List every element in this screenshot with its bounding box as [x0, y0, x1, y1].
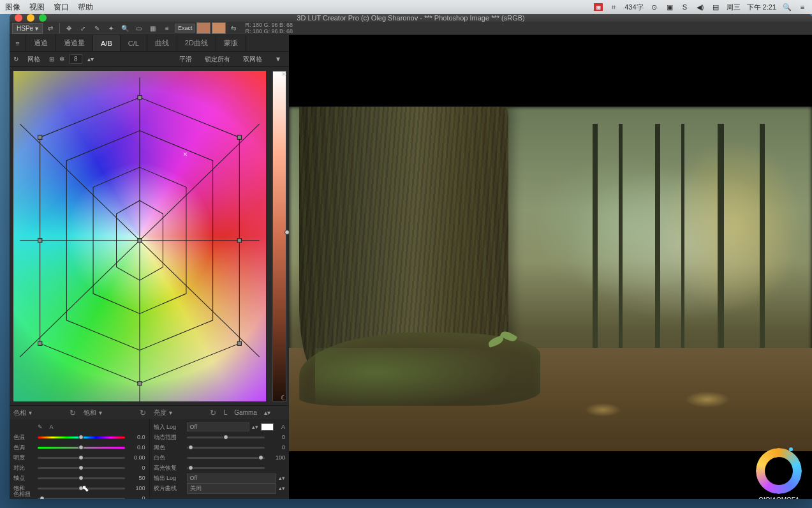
- sun-icon: ☀: [281, 70, 287, 78]
- grid-crosshair-icon[interactable]: ⊞: [49, 56, 54, 63]
- grid-label[interactable]: 网格: [24, 54, 44, 65]
- slider-色相扭曲[interactable]: 色相扭曲0: [13, 493, 145, 499]
- left-panel: ≡ 通道 通道量 A/B C/L 曲线 2D曲线 蒙版 ↻ 网格 ⊞ ✲ 8 ▴…: [10, 35, 289, 499]
- svg-line-7: [20, 124, 140, 240]
- swap-icon[interactable]: ⇆: [227, 22, 240, 34]
- grid-stepper[interactable]: ▴▾: [87, 56, 94, 63]
- tab-curves[interactable]: 曲线: [147, 35, 177, 51]
- mode-select[interactable]: HSPe ▾: [12, 23, 43, 34]
- tool-wand-icon[interactable]: ✦: [105, 22, 117, 34]
- svg-rect-13: [138, 96, 142, 100]
- gamma-stepper[interactable]: ▴▾: [264, 409, 270, 416]
- svg-rect-14: [237, 135, 241, 139]
- grid-gear-icon[interactable]: ✲: [59, 56, 64, 63]
- svg-line-1: [140, 124, 260, 240]
- menu-view[interactable]: 视图: [29, 2, 45, 13]
- day-label: 周三: [727, 3, 741, 12]
- slider-色调[interactable]: 色调0.0: [13, 442, 145, 452]
- color-swatch-1[interactable]: [196, 22, 210, 34]
- luminance-bar[interactable]: ☀ ☾: [272, 71, 286, 401]
- tab-menu-icon[interactable]: ≡: [10, 35, 26, 51]
- titlebar: 3D LUT Creator Pro (c) Oleg Sharonov - *…: [10, 14, 812, 22]
- slider-胶片曲线[interactable]: 胶片曲线关闭▴▾: [154, 483, 286, 493]
- smooth-button[interactable]: 平滑: [175, 54, 196, 65]
- tab-channel-amount[interactable]: 通道量: [56, 35, 93, 51]
- svg-rect-15: [237, 239, 241, 243]
- tab-channel[interactable]: 通道: [26, 35, 56, 51]
- window-close[interactable]: [15, 14, 22, 22]
- eyedropper-a-icon[interactable]: ✎: [38, 424, 43, 430]
- tab-bar: ≡ 通道 通道量 A/B C/L 曲线 2D曲线 蒙版: [10, 35, 289, 52]
- svg-rect-17: [138, 382, 142, 385]
- tab-2d-curves[interactable]: 2D曲线: [177, 35, 216, 51]
- sliders-right: 输入 LogOff▴▾A动态范围0黑色0白色100高光恢复输出 LogOff▴▾…: [149, 419, 290, 499]
- svg-rect-16: [237, 341, 241, 345]
- status-red-icon: ◙: [594, 3, 603, 11]
- color-swatch-2[interactable]: [212, 22, 226, 34]
- watermark-en: QIQIAOMOFA: [753, 497, 804, 499]
- reset-grid-icon[interactable]: ↻: [13, 56, 18, 63]
- volume-icon[interactable]: ◀): [696, 3, 705, 11]
- slider-输入 Log[interactable]: 输入 LogOff▴▾A: [154, 422, 286, 432]
- window-maximize[interactable]: [39, 14, 47, 22]
- tool-grid-icon[interactable]: ▦: [147, 22, 159, 34]
- tool-expand-icon[interactable]: ⤢: [77, 22, 89, 34]
- moon-icon: ☾: [281, 394, 287, 402]
- tool-eyedropper-icon[interactable]: ✎: [91, 22, 103, 34]
- tool-link-icon[interactable]: ⇄: [44, 22, 57, 34]
- window-minimize[interactable]: [27, 14, 34, 22]
- tool-list-icon[interactable]: ≡: [161, 22, 173, 34]
- tool-move-icon[interactable]: ✥: [63, 22, 75, 34]
- svg-line-5: [20, 241, 140, 357]
- tab-ab[interactable]: A/B: [93, 35, 121, 51]
- rgb-readout: R: 180 G: 96 B: 68R: 180 G: 96 B: 68: [245, 22, 293, 34]
- slider-对比[interactable]: 对比0: [13, 463, 145, 473]
- toolbar: HSPe ▾ ⇄ ✥ ⤢ ✎ ✦ 🔍 ▭ ▦ ≡ Exact ⇆ R: 180 …: [10, 22, 812, 35]
- lockall-button[interactable]: 锁定所有: [201, 54, 234, 65]
- status-icon-1: ⊙: [650, 3, 659, 11]
- slider-轴点[interactable]: 轴点50: [13, 473, 145, 483]
- status-grid-icon: ⌗: [609, 3, 618, 11]
- spider-grid[interactable]: ×: [13, 71, 266, 410]
- svg-text:×: ×: [183, 150, 188, 159]
- tool-hand-icon[interactable]: ▭: [133, 22, 145, 34]
- sliders-area: ✎ A 色温0.0色调0.0明度0.00对比0轴点50饱和100色相扭曲0 输入…: [10, 419, 289, 499]
- grid-subbar: ↻ 网格 ⊞ ✲ 8 ▴▾ 平滑 锁定所有 双网格 ▼: [10, 52, 289, 67]
- menu-help[interactable]: 帮助: [78, 2, 93, 13]
- mac-menubar: 图像 视图 窗口 帮助 ◙ ⌗ 434字 ⊙ ▣ S ◀) ▤ 周三 下午 2:…: [0, 0, 812, 14]
- menu-window[interactable]: 窗口: [54, 2, 69, 13]
- gamma-mode[interactable]: L: [224, 409, 228, 416]
- a-label: A: [50, 424, 54, 430]
- spotlight-icon[interactable]: 🔍: [783, 3, 792, 11]
- grid-count[interactable]: 8: [70, 54, 82, 64]
- subbar-dropdown-icon[interactable]: ▼: [271, 54, 285, 64]
- time-label: 下午 2:21: [747, 3, 776, 12]
- svg-rect-12: [138, 239, 142, 243]
- char-count: 434字: [624, 3, 643, 12]
- slider-黑色[interactable]: 黑色0: [154, 442, 286, 452]
- tool-zoom-icon[interactable]: 🔍: [119, 22, 131, 34]
- slider-高光恢复[interactable]: 高光恢复: [154, 463, 286, 473]
- tab-cl[interactable]: C/L: [121, 35, 147, 51]
- menu-image[interactable]: 图像: [5, 2, 20, 13]
- tab-mask[interactable]: 蒙版: [216, 35, 246, 51]
- color-wheel[interactable]: ×: [13, 71, 266, 401]
- exact-toggle[interactable]: Exact: [175, 24, 196, 33]
- color-grid-area: × ☀ ☾: [10, 67, 289, 405]
- status-icon-2: ▣: [665, 3, 674, 11]
- slider-明度[interactable]: 明度0.00: [13, 452, 145, 463]
- status-icon-3: S: [681, 3, 690, 11]
- sliders-left: ✎ A 色温0.0色调0.0明度0.00对比0轴点50饱和100色相扭曲0: [10, 419, 149, 499]
- preview-area[interactable]: QIQIAOMOFA 奇 巧 魔: [289, 35, 812, 499]
- dualgrid-button[interactable]: 双网格: [239, 54, 266, 65]
- svg-rect-18: [38, 341, 42, 345]
- svg-line-3: [140, 241, 260, 357]
- menu-extra-icon[interactable]: ≡: [798, 3, 807, 11]
- slider-动态范围[interactable]: 动态范围0: [154, 432, 286, 442]
- preview-image: [289, 107, 812, 451]
- input-icon[interactable]: ▤: [711, 3, 720, 11]
- slider-输出 Log[interactable]: 输出 LogOff▴▾: [154, 473, 286, 483]
- slider-白色[interactable]: 白色100: [154, 452, 286, 463]
- slider-色温[interactable]: 色温0.0: [13, 432, 145, 442]
- svg-rect-20: [38, 135, 42, 139]
